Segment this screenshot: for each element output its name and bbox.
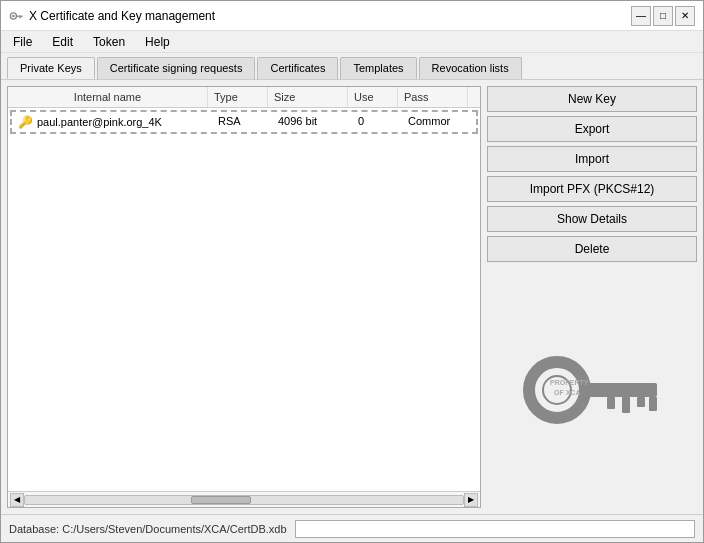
col-size: Size <box>268 87 348 107</box>
tab-revocation-lists[interactable]: Revocation lists <box>419 57 522 79</box>
status-label: Database: C:/Users/Steven/Documents/XCA/… <box>9 523 287 535</box>
menu-token[interactable]: Token <box>85 33 133 50</box>
app-icon <box>9 9 23 23</box>
show-details-button[interactable]: Show Details <box>487 206 697 232</box>
key-image: PROPERTY OF XCA <box>512 337 672 437</box>
tab-private-keys[interactable]: Private Keys <box>7 57 95 79</box>
menu-bar: File Edit Token Help <box>1 31 703 53</box>
tabs-bar: Private Keys Certificate signing request… <box>1 53 703 80</box>
menu-edit[interactable]: Edit <box>44 33 81 50</box>
col-use: Use <box>348 87 398 107</box>
menu-help[interactable]: Help <box>137 33 178 50</box>
table-row[interactable]: 🔑 paul.panter@pink.org_4K RSA 4096 bit 0… <box>10 110 478 134</box>
main-content: Internal name Type Size Use Pass 🔑 paul.… <box>1 80 703 514</box>
scrollbar-track[interactable] <box>24 495 464 505</box>
import-pfx-button[interactable]: Import PFX (PKCS#12) <box>487 176 697 202</box>
svg-rect-8 <box>607 397 615 409</box>
svg-rect-11 <box>649 397 657 411</box>
svg-point-1 <box>12 14 15 17</box>
close-button[interactable]: ✕ <box>675 6 695 26</box>
title-bar: X Certificate and Key management — □ ✕ <box>1 1 703 31</box>
table-body[interactable]: 🔑 paul.panter@pink.org_4K RSA 4096 bit 0… <box>8 108 480 491</box>
cell-pass: Commor <box>402 112 472 132</box>
cell-type: RSA <box>212 112 272 132</box>
scroll-left-button[interactable]: ◀ <box>10 493 24 507</box>
col-internal-name: Internal name <box>8 87 208 107</box>
col-type: Type <box>208 87 268 107</box>
horizontal-scrollbar[interactable]: ◀ ▶ <box>8 491 480 507</box>
table-panel: Internal name Type Size Use Pass 🔑 paul.… <box>7 86 481 508</box>
scroll-right-button[interactable]: ▶ <box>464 493 478 507</box>
svg-rect-3 <box>20 15 21 18</box>
cell-size: 4096 bit <box>272 112 352 132</box>
new-key-button[interactable]: New Key <box>487 86 697 112</box>
title-bar-controls: — □ ✕ <box>631 6 695 26</box>
menu-file[interactable]: File <box>5 33 40 50</box>
key-illustration: PROPERTY OF XCA <box>487 266 697 508</box>
table-header: Internal name Type Size Use Pass <box>8 87 480 108</box>
tab-certificates[interactable]: Certificates <box>257 57 338 79</box>
svg-rect-10 <box>637 397 645 407</box>
cell-use: 0 <box>352 112 402 132</box>
title-bar-left: X Certificate and Key management <box>9 9 215 23</box>
right-panel: New Key Export Import Import PFX (PKCS#1… <box>487 86 697 508</box>
svg-text:PROPERTY: PROPERTY <box>550 379 589 386</box>
status-bar: Database: C:/Users/Steven/Documents/XCA/… <box>1 514 703 542</box>
scrollbar-thumb[interactable] <box>191 496 251 504</box>
svg-text:OF XCA: OF XCA <box>554 389 580 396</box>
status-input[interactable] <box>295 520 695 538</box>
main-window: X Certificate and Key management — □ ✕ F… <box>0 0 704 543</box>
key-icon-small: 🔑 <box>18 115 33 129</box>
delete-button[interactable]: Delete <box>487 236 697 262</box>
maximize-button[interactable]: □ <box>653 6 673 26</box>
col-pass: Pass <box>398 87 468 107</box>
import-button[interactable]: Import <box>487 146 697 172</box>
svg-rect-9 <box>622 397 630 413</box>
minimize-button[interactable]: — <box>631 6 651 26</box>
cell-internal-name: 🔑 paul.panter@pink.org_4K <box>12 112 212 132</box>
export-button[interactable]: Export <box>487 116 697 142</box>
window-title: X Certificate and Key management <box>29 9 215 23</box>
tab-templates[interactable]: Templates <box>340 57 416 79</box>
svg-rect-7 <box>582 383 657 397</box>
svg-rect-4 <box>21 15 22 17</box>
tab-csr[interactable]: Certificate signing requests <box>97 57 256 79</box>
